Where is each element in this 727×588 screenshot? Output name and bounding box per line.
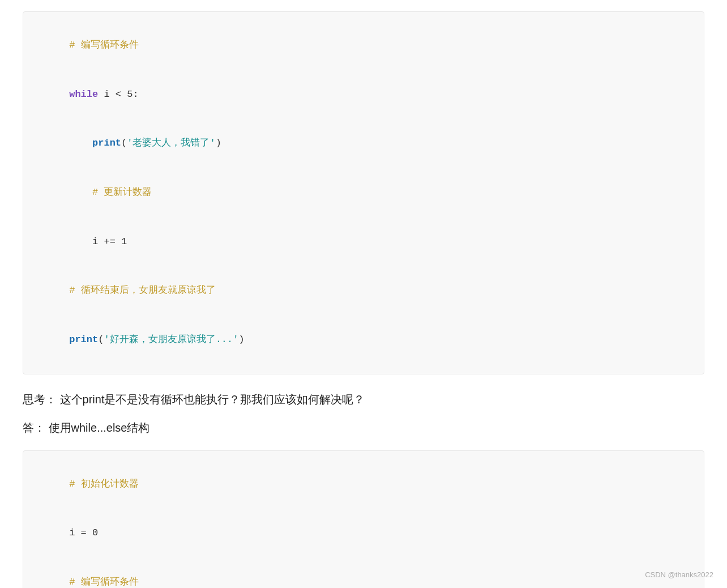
code-line: print('老婆大人，我错了') — [35, 119, 692, 168]
comment-text: # 初始化计数器 — [69, 479, 138, 489]
main-content: # 编写循环条件 while i < 5: print('老婆大人，我错了') … — [0, 0, 727, 588]
code-line: i = 0 — [35, 509, 692, 558]
code-line: # 更新计数器 — [35, 168, 692, 218]
comment-text: # 循环结束后，女朋友就原谅我了 — [69, 285, 215, 296]
code-block-1: # 编写循环条件 while i < 5: print('老婆大人，我错了') … — [23, 11, 704, 374]
watermark-text: CSDN @thanks2022 — [645, 570, 713, 579]
code-line: while i < 5: — [35, 70, 692, 120]
keyword-print: print — [92, 138, 121, 148]
answer-text: 答： 使用while...else结构 — [23, 419, 704, 437]
keyword-while: while — [69, 89, 98, 100]
answer-label: 答： 使用while...else结构 — [23, 421, 150, 434]
comment-text: # 更新计数器 — [69, 187, 152, 198]
comment-text: # 编写循环条件 — [69, 577, 138, 587]
question-label: 思考： 这个print是不是没有循环也能执行？那我们应该如何解决呢？ — [23, 393, 365, 406]
code-line: # 循环结束后，女朋友就原谅我了 — [35, 266, 692, 316]
code-line: # 编写循环条件 — [35, 558, 692, 588]
keyword-print: print — [69, 334, 98, 345]
code-line: # 编写循环条件 — [35, 21, 692, 70]
question-text: 思考： 这个print是不是没有循环也能执行？那我们应该如何解决呢？ — [23, 390, 704, 408]
code-line: # 初始化计数器 — [35, 460, 692, 509]
code-line: i += 1 — [35, 218, 692, 267]
code-line: print('好开森，女朋友原谅我了...') — [35, 316, 692, 365]
comment-text: # 编写循环条件 — [69, 40, 138, 50]
code-block-2: # 初始化计数器 i = 0 # 编写循环条件 while i < 5: pri… — [23, 450, 704, 588]
